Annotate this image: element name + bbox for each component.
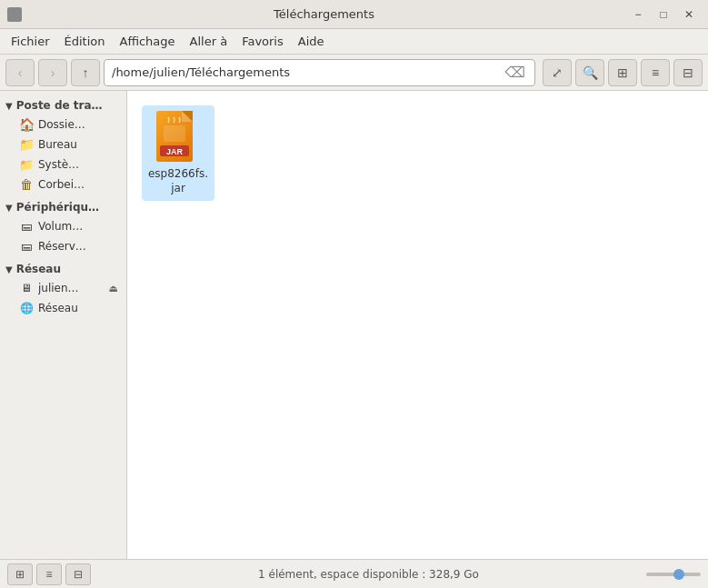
folder-icon: 📁: [19, 137, 34, 152]
grid-view-button[interactable]: ⊞: [608, 59, 637, 86]
up-button[interactable]: ↑: [71, 59, 100, 86]
status-details-button[interactable]: ⊟: [65, 563, 91, 585]
reseau-label: Réseau: [38, 302, 118, 314]
reserve-label: Réserv…: [38, 240, 118, 253]
menu-favoris[interactable]: Favoris: [234, 31, 291, 52]
status-list-button[interactable]: ≡: [36, 563, 62, 585]
forward-icon: ›: [51, 65, 55, 80]
window-controls: − □ ✕: [626, 4, 701, 25]
grid-icon: ⊞: [617, 65, 628, 80]
chevron-down-icon-3: ▼: [5, 264, 13, 274]
close-button[interactable]: ✕: [677, 4, 701, 25]
svg-rect-5: [164, 125, 185, 142]
dossier-label: Dossie…: [38, 118, 118, 131]
menu-affichage[interactable]: Affichage: [112, 31, 182, 52]
list-view-button[interactable]: ≡: [641, 59, 670, 86]
system-icon: 📁: [19, 157, 34, 172]
file-item-esp8266fs[interactable]: JAR esp8266fs.jar: [142, 105, 214, 201]
clear-address-button[interactable]: ⌫: [503, 64, 527, 81]
sidebar-section-peripheriques-label: Périphériqu…: [16, 201, 99, 214]
svg-rect-0: [9, 9, 20, 20]
toolbar-right: ⤢ 🔍 ⊞ ≡ ⊟: [543, 59, 703, 86]
sidebar-item-bureau[interactable]: 📁 Bureau: [3, 135, 124, 154]
details-view-button[interactable]: ⊟: [673, 59, 703, 86]
statusbar: ⊞ ≡ ⊟ 1 élément, espace disponible : 328…: [0, 559, 708, 588]
back-button[interactable]: ‹: [5, 59, 35, 86]
systeme-label: Systè…: [38, 158, 118, 171]
svg-text:JAR: JAR: [166, 147, 184, 156]
bureau-label: Bureau: [38, 138, 118, 151]
status-text: 1 élément, espace disponible : 328,9 Go: [98, 568, 639, 581]
status-grid-button[interactable]: ⊞: [7, 563, 33, 585]
status-details-icon: ⊟: [74, 568, 83, 581]
sidebar-section-travail-label: Poste de tra…: [16, 99, 103, 112]
sidebar-section-peripheriques-header[interactable]: ▼ Périphériqu…: [0, 198, 126, 216]
corbeille-label: Corbei…: [38, 178, 118, 191]
home-icon: 🏠: [19, 117, 34, 132]
sidebar-section-reseau: ▼ Réseau 🖥 julien… ⏏ 🌐 Réseau: [0, 260, 126, 318]
status-list-icon: ≡: [45, 568, 52, 581]
julien-label: julien…: [38, 282, 105, 294]
sidebar-item-julien[interactable]: 🖥 julien… ⏏: [3, 278, 124, 298]
file-label-esp8266fs: esp8266fs.jar: [147, 167, 209, 195]
minimize-button[interactable]: −: [626, 4, 650, 25]
sidebar: ▼ Poste de tra… 🏠 Dossie… 📁 Bureau 📁 Sys…: [0, 91, 127, 559]
drive-icon: 🖴: [19, 219, 34, 234]
status-grid-icon: ⊞: [15, 568, 25, 581]
trash-icon: 🗑: [19, 177, 34, 192]
zoom-control[interactable]: [646, 573, 701, 576]
network2-icon: 🌐: [19, 301, 34, 315]
window-title: Téléchargements: [22, 7, 626, 21]
menu-aide[interactable]: Aide: [291, 31, 332, 52]
file-area[interactable]: JAR esp8266fs.jar: [127, 91, 708, 559]
sidebar-item-dossier[interactable]: 🏠 Dossie…: [3, 115, 124, 135]
zoom-slider[interactable]: [646, 573, 701, 576]
address-bar[interactable]: /home/julien/Téléchargements ⌫: [104, 59, 535, 86]
forward-button[interactable]: ›: [38, 59, 67, 86]
address-text: /home/julien/Téléchargements: [112, 65, 499, 79]
menubar: Fichier Édition Affichage Aller à Favori…: [0, 29, 708, 55]
network-icon: 🖥: [19, 281, 34, 295]
statusbar-buttons: ⊞ ≡ ⊟: [7, 563, 91, 585]
sidebar-item-volume[interactable]: 🖴 Volum…: [3, 216, 124, 236]
sidebar-section-peripheriques: ▼ Périphériqu… 🖴 Volum… 🖴 Réserv…: [0, 198, 126, 256]
chevron-down-icon: ▼: [5, 101, 13, 111]
toolbar: ‹ › ↑ /home/julien/Téléchargements ⌫ ⤢ 🔍…: [0, 55, 708, 91]
menu-aller-a[interactable]: Aller à: [183, 31, 235, 52]
jar-file-icon: JAR: [156, 111, 200, 162]
maximize-button[interactable]: □: [652, 4, 675, 25]
sidebar-item-corbeille[interactable]: 🗑 Corbei…: [3, 174, 124, 194]
list-icon: ≡: [652, 65, 659, 80]
app-icon: [7, 7, 22, 22]
location-icon: ⤢: [552, 65, 563, 80]
sidebar-item-reserve[interactable]: 🖴 Réserv…: [3, 236, 124, 256]
details-icon: ⊟: [683, 65, 693, 80]
sidebar-section-travail: ▼ Poste de tra… 🏠 Dossie… 📁 Bureau 📁 Sys…: [0, 96, 126, 194]
zoom-knob[interactable]: [673, 569, 684, 580]
volume-label: Volum…: [38, 220, 118, 233]
up-icon: ↑: [83, 65, 89, 80]
search-icon: 🔍: [583, 65, 598, 80]
location-button[interactable]: ⤢: [543, 59, 572, 86]
titlebar: Téléchargements − □ ✕: [0, 0, 708, 29]
sidebar-section-travail-header[interactable]: ▼ Poste de tra…: [0, 96, 126, 115]
menu-fichier[interactable]: Fichier: [4, 31, 57, 52]
drive2-icon: 🖴: [19, 239, 34, 254]
back-icon: ‹: [18, 65, 23, 80]
chevron-down-icon-2: ▼: [5, 203, 13, 213]
sidebar-item-reseau[interactable]: 🌐 Réseau: [3, 298, 124, 318]
search-button[interactable]: 🔍: [575, 59, 604, 86]
sidebar-item-systeme[interactable]: 📁 Systè…: [3, 154, 124, 174]
menu-edition[interactable]: Édition: [57, 31, 113, 52]
eject-button[interactable]: ⏏: [109, 283, 118, 294]
sidebar-section-reseau-label: Réseau: [16, 263, 61, 275]
sidebar-section-reseau-header[interactable]: ▼ Réseau: [0, 260, 126, 278]
main-area: ▼ Poste de tra… 🏠 Dossie… 📁 Bureau 📁 Sys…: [0, 91, 708, 559]
